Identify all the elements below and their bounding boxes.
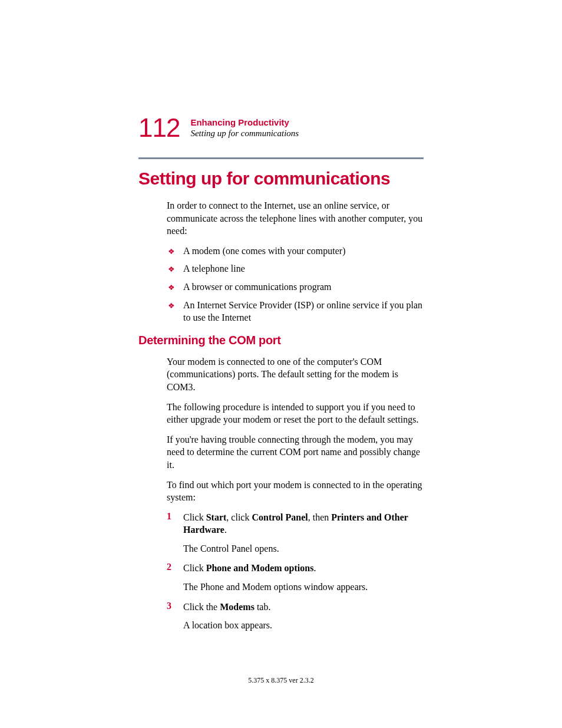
section-subtitle: Setting up for communications	[190, 129, 299, 139]
page-header: 112 Enhancing Productivity Setting up fo…	[138, 115, 424, 141]
chapter-title: Enhancing Productivity	[190, 117, 299, 127]
page-footer: 5.375 x 8.375 ver 2.3.2	[0, 676, 562, 685]
procedure-step: 1 Click Start, click Control Panel, then…	[167, 511, 424, 536]
step-result: A location box appears.	[183, 619, 424, 632]
list-item-text: A telephone line	[183, 262, 245, 275]
diamond-bullet-icon: ❖	[168, 282, 175, 293]
list-item-text: An Internet Service Provider (ISP) or on…	[183, 299, 424, 324]
list-item: ❖ A telephone line	[167, 262, 424, 275]
list-item-text: A modem (one comes with your computer)	[183, 245, 346, 258]
header-separator	[138, 157, 424, 159]
step-text: Click Start, click Control Panel, then P…	[183, 511, 424, 536]
diamond-bullet-icon: ❖	[168, 246, 175, 257]
step-result: The Phone and Modem options window appea…	[183, 581, 424, 594]
body-paragraph: If you're having trouble connecting thro…	[167, 433, 424, 472]
list-item: ❖ An Internet Service Provider (ISP) or …	[167, 299, 424, 324]
sub-heading: Determining the COM port	[138, 334, 424, 347]
procedure-list: 1 Click Start, click Control Panel, then…	[167, 511, 424, 632]
body-paragraph: Your modem is connected to one of the co…	[167, 355, 424, 394]
list-item: ❖ A browser or communications program	[167, 281, 424, 294]
step-text: Click the Modems tab.	[183, 601, 270, 614]
step-text: Click Phone and Modem options.	[183, 562, 316, 575]
step-number: 1	[167, 511, 183, 522]
page-number: 112	[138, 115, 180, 141]
intro-paragraph: In order to connect to the Internet, use…	[167, 199, 424, 238]
body-paragraph: To find out which port your modem is con…	[167, 479, 424, 504]
procedure-step: 3 Click the Modems tab.	[167, 601, 424, 614]
diamond-bullet-icon: ❖	[168, 301, 175, 311]
procedure-step: 2 Click Phone and Modem options.	[167, 562, 424, 575]
list-item-text: A browser or communications program	[183, 281, 332, 294]
step-number: 2	[167, 562, 183, 572]
diamond-bullet-icon: ❖	[168, 264, 175, 275]
list-item: ❖ A modem (one comes with your computer)	[167, 245, 424, 258]
step-number: 3	[167, 601, 183, 611]
body-paragraph: The following procedure is intended to s…	[167, 401, 424, 426]
main-heading: Setting up for communications	[138, 169, 424, 189]
step-result: The Control Panel opens.	[183, 542, 424, 555]
requirements-list: ❖ A modem (one comes with your computer)…	[167, 245, 424, 324]
